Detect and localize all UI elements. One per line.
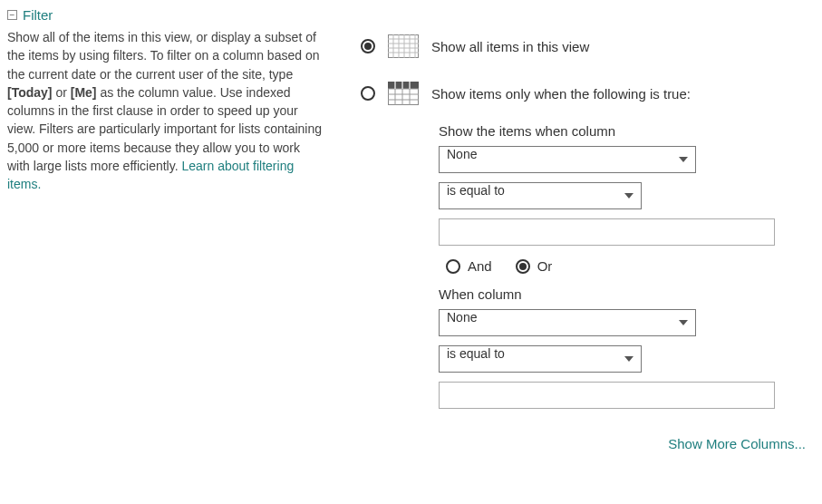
radio-or[interactable] bbox=[516, 259, 530, 274]
section-header: − Filter bbox=[7, 7, 324, 23]
radio-and[interactable] bbox=[446, 259, 460, 274]
svg-rect-0 bbox=[389, 35, 419, 58]
and-label: And bbox=[468, 258, 492, 274]
option-show-filtered[interactable]: Show items only when the following is tr… bbox=[361, 82, 815, 105]
logic-row: And Or bbox=[446, 258, 815, 274]
chevron-down-icon bbox=[624, 356, 633, 362]
chevron-down-icon bbox=[624, 193, 633, 199]
group2-value-input[interactable] bbox=[439, 382, 775, 409]
show-more-columns-link[interactable]: Show More Columns... bbox=[361, 436, 815, 451]
group2-operator-select[interactable]: is equal to bbox=[439, 345, 642, 373]
group2-column-select[interactable]: None bbox=[439, 309, 696, 336]
group1-operator-select[interactable]: is equal to bbox=[439, 182, 642, 209]
collapse-toggle-icon[interactable]: − bbox=[7, 10, 17, 20]
chevron-down-icon bbox=[679, 157, 688, 162]
me-token: [Me] bbox=[71, 85, 97, 100]
grid-filtered-icon bbox=[388, 82, 419, 105]
option-show-all-label: Show all items in this view bbox=[431, 39, 589, 54]
or-label: Or bbox=[537, 258, 553, 274]
radio-show-filtered[interactable] bbox=[361, 86, 375, 101]
section-description: Show all of the items in this view, or d… bbox=[7, 28, 324, 194]
group1-value-input[interactable] bbox=[439, 218, 775, 246]
option-show-filtered-label: Show items only when the following is tr… bbox=[431, 86, 691, 102]
group1-label: Show the items when column bbox=[439, 123, 815, 139]
option-show-all[interactable]: Show all items in this view bbox=[361, 34, 815, 58]
svg-rect-11 bbox=[388, 82, 419, 89]
group1-column-select[interactable]: None bbox=[439, 146, 696, 173]
group2-label: When column bbox=[439, 286, 815, 302]
chevron-down-icon bbox=[679, 320, 688, 325]
section-title: Filter bbox=[23, 7, 53, 23]
radio-show-all[interactable] bbox=[361, 39, 375, 53]
today-token: [Today] bbox=[7, 85, 53, 100]
grid-full-icon bbox=[388, 34, 419, 58]
